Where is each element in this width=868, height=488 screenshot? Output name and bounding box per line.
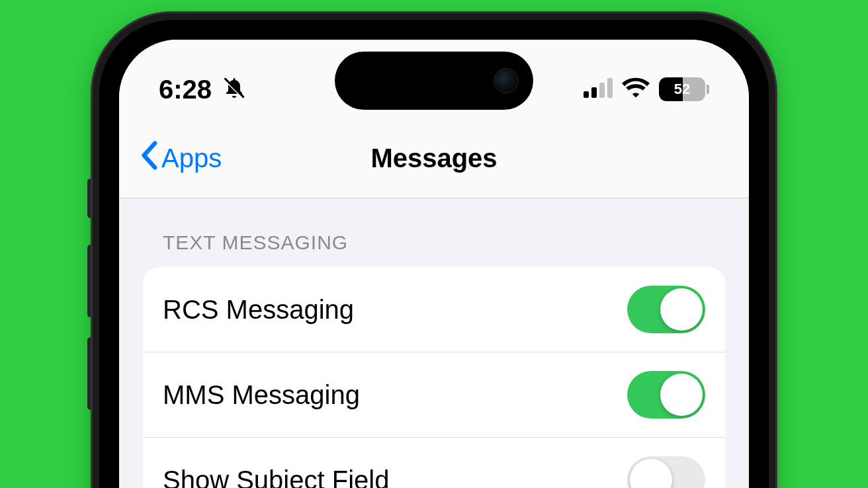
cellular-signal-icon	[584, 78, 613, 101]
svg-rect-4	[599, 83, 605, 98]
chevron-left-icon	[139, 141, 159, 176]
toggle-show-subject-field[interactable]	[627, 456, 705, 488]
status-right: 52	[584, 77, 709, 101]
silent-bell-icon	[222, 76, 246, 102]
row-show-subject-field[interactable]: Show Subject Field	[143, 438, 725, 488]
row-label: MMS Messaging	[163, 380, 360, 410]
row-label: Show Subject Field	[163, 466, 389, 489]
wifi-icon	[622, 77, 650, 101]
battery-percent: 52	[659, 81, 705, 98]
section-header: TEXT MESSAGING	[143, 231, 725, 254]
settings-group: RCS Messaging MMS Messaging Show Subject…	[143, 267, 725, 488]
svg-rect-2	[584, 91, 589, 98]
back-button[interactable]: Apps	[139, 141, 222, 176]
svg-rect-3	[591, 87, 597, 98]
status-left: 6:28	[159, 75, 246, 104]
front-camera	[494, 68, 519, 93]
dynamic-island	[335, 52, 533, 110]
row-label: RCS Messaging	[163, 295, 354, 325]
settings-content: TEXT MESSAGING RCS Messaging MMS Messagi…	[119, 198, 749, 488]
status-time: 6:28	[159, 75, 212, 104]
navigation-bar: Apps Messages	[119, 119, 749, 198]
row-mms-messaging[interactable]: MMS Messaging	[143, 352, 725, 438]
page-title: Messages	[370, 143, 497, 173]
toggle-rcs-messaging[interactable]	[627, 286, 705, 333]
row-rcs-messaging[interactable]: RCS Messaging	[143, 267, 725, 352]
battery-indicator: 52	[659, 77, 709, 101]
phone-bezel: 6:28	[99, 20, 769, 488]
phone-screen: 6:28	[119, 40, 749, 488]
back-label: Apps	[161, 143, 222, 173]
phone-frame: 6:28	[93, 13, 775, 488]
toggle-mms-messaging[interactable]	[627, 371, 705, 419]
svg-rect-5	[607, 78, 613, 98]
